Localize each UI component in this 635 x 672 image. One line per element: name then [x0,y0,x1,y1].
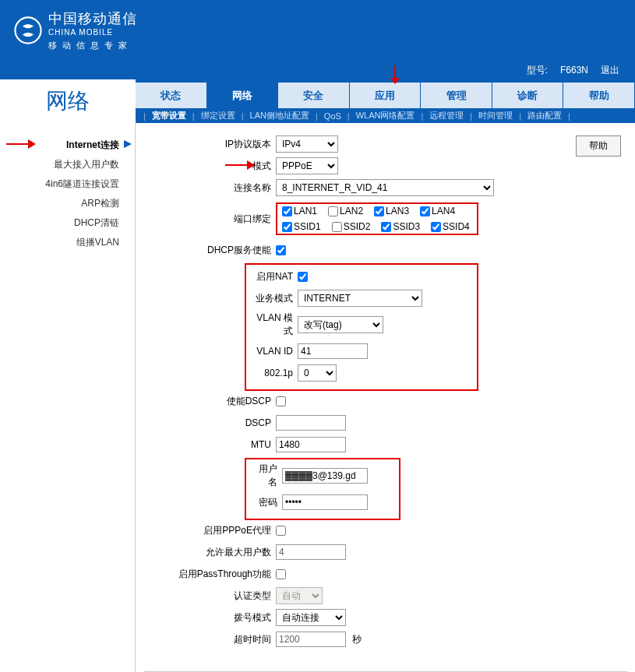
annotation-arrow-right-icon [225,159,255,171]
lan-port-checkbox-3[interactable] [374,206,384,216]
timeout-unit: 秒 [352,633,362,646]
lan-port-3[interactable]: LAN3 [374,206,409,216]
ssid-port-2[interactable]: SSID2 [332,221,371,232]
china-mobile-logo-icon [14,16,42,44]
lan-port-checkbox-4[interactable] [420,206,430,216]
lan-port-checkbox-2[interactable] [328,206,338,216]
ssid-port-checkbox-4[interactable] [431,222,441,232]
svg-marker-2 [390,78,400,84]
model-bar: 型号: F663N 退出 [0,61,635,79]
lan-port-4[interactable]: LAN4 [420,206,455,216]
tab-2[interactable]: 安全 [278,83,350,108]
service-mode-label: 业务模式 [251,292,298,305]
ssid-port-checkbox-1[interactable] [282,222,292,232]
ssid-port-label-2: SSID2 [344,221,371,232]
subtab-1[interactable]: 绑定设置 [198,110,238,121]
subtab-4[interactable]: WLAN网络配置 [353,110,418,121]
brand-name-en: CHINA MOBILE [48,28,137,37]
lan-port-1[interactable]: LAN1 [282,206,317,216]
passthrough-checkbox[interactable] [276,569,286,579]
subtab-2[interactable]: LAN侧地址配置 [247,110,312,121]
dot1p-select[interactable]: 0 [298,364,337,382]
username-input[interactable] [282,468,368,484]
sidebar-item-4[interactable]: DHCP清链 [0,213,135,233]
mode-select[interactable]: PPPoE [276,157,338,174]
tab-1[interactable]: 网络 [207,83,279,108]
ssid-port-checkbox-2[interactable] [332,222,342,232]
password-input[interactable] [282,494,368,510]
vlan-id-input[interactable] [298,343,368,359]
tab-0[interactable]: 状态 [136,83,207,108]
pppoe-proxy-label: 启用PPPoE代理 [143,524,276,537]
logout-link[interactable]: 退出 [601,64,619,77]
sub-tabs: | 宽带设置 | 绑定设置 | LAN侧地址配置 | QoS | WLAN网络配… [136,108,635,123]
subtab-6[interactable]: 时间管理 [475,110,516,121]
dscp-input [276,415,346,431]
mtu-input[interactable] [276,437,346,452]
dial-mode-select[interactable]: 自动连接 [276,609,346,626]
top-header: 中国移动通信 CHINA MOBILE 移动信息专家 [0,0,635,61]
passthrough-label: 启用PassThrough功能 [143,568,276,581]
lan-port-checkbox-1[interactable] [282,206,292,216]
auth-type-label: 认证类型 [143,589,276,603]
vlan-id-label: VLAN ID [251,346,298,357]
max-users-label: 允许最大用户数 [143,546,276,559]
tab-4[interactable]: 管理 [421,83,492,108]
brand-slogan: 移动信息专家 [48,40,137,51]
lan-port-label-3: LAN3 [386,206,409,216]
help-button[interactable]: 帮助 [576,135,621,157]
ssid-port-label-3: SSID3 [393,221,420,232]
svg-marker-5 [28,139,36,149]
subtab-0[interactable]: 宽带设置 [149,110,189,121]
ssid-port-3[interactable]: SSID3 [381,221,420,232]
service-mode-select[interactable]: INTERNET [298,290,422,307]
username-label: 用户名 [251,463,282,489]
vlan-mode-label: VLAN 模式 [251,311,298,338]
active-indicator-icon [122,139,133,150]
brand-name-cn: 中国移动通信 [48,9,137,28]
tab-5[interactable]: 诊断 [492,83,564,108]
ip-version-label: IP协议版本 [143,138,276,151]
nat-checkbox[interactable] [298,272,308,282]
ssid-port-4[interactable]: SSID4 [431,221,470,232]
mode-label: 模式 [143,160,276,173]
sidebar-item-5[interactable]: 组播VLAN [0,233,135,252]
tab-3[interactable]: 应用 [350,83,422,108]
subtab-7[interactable]: 路由配置 [524,110,565,121]
port-bind-label: 端口绑定 [143,213,276,226]
pppoe-proxy-checkbox[interactable] [276,526,286,536]
subtab-3[interactable]: QoS [321,111,344,121]
timeout-input [276,632,346,647]
lan-port-2[interactable]: LAN2 [328,206,363,216]
content-area: 帮助 IP协议版本 IPv4 模式 PPPoE 连接名称 8_INTERNET_… [136,123,635,672]
dhcp-enable-checkbox[interactable] [276,245,286,255]
tab-6[interactable]: 帮助 [563,83,635,108]
nat-label: 启用NAT [251,270,298,283]
subtab-5[interactable]: 远程管理 [426,110,467,121]
vlan-mode-select[interactable]: 改写(tag) [298,316,383,333]
model-label: 型号: [527,64,548,77]
page-title-area: 网络 [0,79,136,123]
brand-logo: 中国移动通信 CHINA MOBILE 移动信息专家 [14,9,137,51]
svg-marker-3 [124,140,132,148]
lan-port-label-1: LAN1 [294,206,317,216]
dscp-enable-checkbox[interactable] [276,396,286,406]
ssid-port-1[interactable]: SSID1 [282,221,321,232]
main-tabs: 状态网络安全应用管理诊断帮助 [136,83,635,108]
sidebar-item-0[interactable]: Internet连接 [0,135,135,155]
model-value: F663N [560,65,588,76]
ssid-port-checkbox-3[interactable] [381,222,391,232]
sidebar-item-3[interactable]: ARP检测 [0,194,135,213]
conn-name-select[interactable]: 8_INTERNET_R_VID_41 [276,179,494,196]
dhcp-enable-label: DHCP服务使能 [143,244,276,257]
dial-mode-label: 拨号模式 [143,611,276,625]
timeout-label: 超时时间 [143,633,276,646]
sidebar-item-1[interactable]: 最大接入用户数 [0,155,135,174]
conn-name-label: 连接名称 [143,181,276,195]
ip-version-select[interactable]: IPv4 [276,135,338,153]
auth-type-select: 自动 [276,587,323,604]
annotation-arrow-down-icon [387,65,403,84]
nav-row: 网络 状态网络安全应用管理诊断帮助 | 宽带设置 | 绑定设置 | LAN侧地址… [0,79,635,123]
sidebar-item-2[interactable]: 4in6隧道连接设置 [0,174,135,194]
ssid-port-label-1: SSID1 [294,221,321,232]
